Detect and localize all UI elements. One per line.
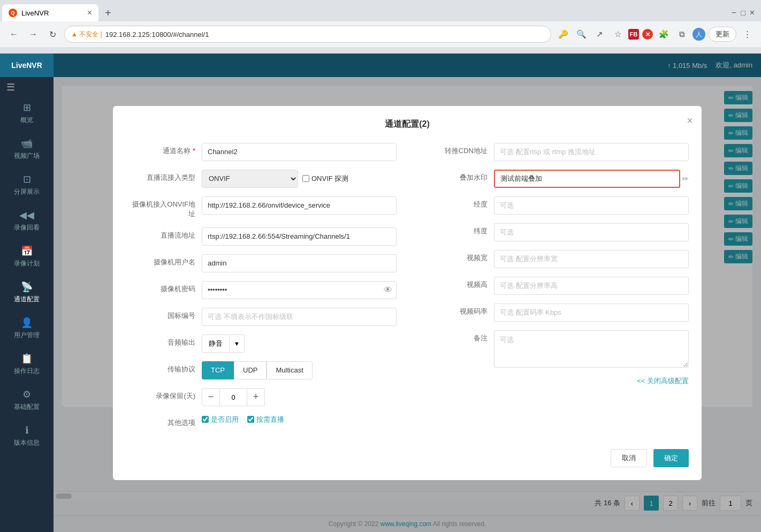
days-increase-button[interactable]: +	[247, 388, 265, 406]
sidebar-label-video: 视频广场	[14, 151, 40, 161]
watermark-label: 叠加水印	[418, 170, 488, 183]
watermark-wrapper: ✏	[494, 170, 689, 188]
app-layout: LiveNVR ☰ ⊞ 概览 📹 视频广场 ⊡ 分屏展示 ◀◀ 录像回看 📅 录…	[0, 54, 761, 532]
other-label: 其他选项	[126, 415, 195, 428]
video-width-input[interactable]	[494, 250, 689, 268]
update-button[interactable]: 更新	[709, 27, 736, 42]
sidebar-label-version: 版本信息	[14, 438, 40, 447]
bitrate-row: 视频码率	[418, 303, 689, 322]
channel-name-input[interactable]	[202, 143, 397, 161]
sidebar-item-basic[interactable]: ⚙ 基础配置	[0, 382, 54, 418]
user-icon: 👤	[21, 317, 33, 329]
hamburger-menu-icon[interactable]: ☰	[6, 82, 15, 93]
on-demand-checkbox-label[interactable]: 按需直播	[247, 415, 284, 424]
stream-url-label: 直播流地址	[126, 227, 195, 240]
stream-url-input[interactable]	[202, 227, 397, 246]
cdn-input[interactable]	[494, 143, 689, 161]
sidebar-label-user: 用户管理	[14, 331, 40, 340]
search-icon[interactable]: 🔍	[574, 27, 589, 42]
active-tab[interactable]: Q LiveNVR ×	[2, 4, 98, 21]
on-demand-label: 按需直播	[256, 415, 284, 424]
tab-bar: Q LiveNVR × + − □ ×	[0, 0, 761, 21]
days-decrease-button[interactable]: −	[202, 388, 220, 406]
channel-name-row: 通道名称	[126, 143, 397, 161]
other-options: 是否启用 按需直播	[202, 415, 284, 424]
eye-icon[interactable]: 👁	[384, 285, 392, 295]
sidebar-item-log[interactable]: 📋 操作日志	[0, 346, 54, 382]
onvif-probe-checkbox[interactable]	[302, 175, 309, 182]
profile-avatar[interactable]: 人	[692, 28, 705, 41]
tab-title: LiveNVR	[21, 9, 83, 17]
camera-user-row: 摄像机用户名	[126, 254, 397, 272]
latitude-input[interactable]	[494, 223, 689, 241]
enable-label: 是否启用	[211, 415, 239, 424]
close-icon[interactable]: ×	[750, 8, 755, 18]
country-code-input[interactable]	[202, 308, 397, 326]
new-tab-button[interactable]: +	[101, 7, 116, 19]
bookmark-icon[interactable]: ☆	[610, 27, 625, 42]
video-height-input[interactable]	[494, 277, 689, 295]
sidebar-item-split[interactable]: ⊡ 分屏展示	[0, 167, 54, 203]
watermark-row: 叠加水印 ✏	[418, 170, 689, 188]
ext-red-icon[interactable]: ✕	[642, 29, 653, 40]
udp-button[interactable]: UDP	[234, 361, 267, 379]
sidebar-label-basic: 基础配置	[14, 402, 40, 412]
bitrate-input[interactable]	[494, 303, 689, 322]
camera-onvif-input[interactable]	[202, 196, 397, 215]
camera-onvif-row: 摄像机接入ONVIF地址	[126, 196, 397, 219]
audio-dropdown-arrow[interactable]: ▼	[229, 335, 245, 353]
menu-dots-icon[interactable]: ⋮	[740, 27, 755, 42]
confirm-button[interactable]: 确定	[653, 449, 689, 467]
enable-checkbox-label[interactable]: 是否启用	[202, 415, 239, 424]
transport-row: 传输协议 TCP UDP Multicast	[126, 361, 397, 379]
forward-button[interactable]: →	[26, 27, 41, 42]
browser-toolbar: ← → ↻ ▲ 不安全 | 192.168.2.125:10800/#/chan…	[0, 21, 761, 47]
on-demand-checkbox[interactable]	[247, 416, 254, 423]
multicast-button[interactable]: Multicast	[267, 361, 312, 379]
camera-pass-input[interactable]	[202, 281, 397, 299]
watermark-input[interactable]	[494, 170, 680, 188]
window-icon[interactable]: ⧉	[674, 27, 689, 42]
stream-type-row: 直播流接入类型 ONVIF ONVIF 探测	[126, 170, 397, 188]
channel-icon: 📡	[21, 281, 33, 293]
cancel-button[interactable]: 取消	[611, 449, 647, 467]
sidebar-item-schedule[interactable]: 📅 录像计划	[0, 239, 54, 275]
sidebar-item-video[interactable]: 📹 视频广场	[0, 131, 54, 167]
longitude-input[interactable]	[494, 196, 689, 215]
sidebar-item-playback[interactable]: ◀◀ 录像回看	[0, 203, 54, 239]
key-icon[interactable]: 🔑	[555, 27, 570, 42]
watermark-edit-icon[interactable]: ✏	[682, 174, 689, 183]
video-width-row: 视频宽	[418, 250, 689, 268]
onvif-probe-label[interactable]: ONVIF 探测	[302, 174, 348, 184]
restore-icon[interactable]: □	[741, 9, 745, 17]
transport-label: 传输协议	[126, 361, 195, 374]
enable-checkbox[interactable]	[202, 416, 209, 423]
modal-title: 通道配置(2)	[126, 119, 689, 130]
sidebar-item-channel[interactable]: 📡 通道配置	[0, 275, 54, 310]
sidebar-item-overview[interactable]: ⊞ 概览	[0, 95, 54, 131]
bitrate-label: 视频码率	[418, 303, 488, 316]
back-button[interactable]: ←	[6, 27, 21, 42]
address-bar[interactable]: ▲ 不安全 | 192.168.2.125:10800/#/channel/1	[64, 26, 551, 43]
sidebar-item-version[interactable]: ℹ 版本信息	[0, 418, 54, 454]
sidebar-label-log: 操作日志	[14, 367, 40, 376]
sidebar-item-user[interactable]: 👤 用户管理	[0, 310, 54, 346]
puzzle-icon[interactable]: 🧩	[656, 27, 671, 42]
refresh-button[interactable]: ↻	[45, 27, 60, 42]
video-height-label: 视频高	[418, 277, 488, 290]
advanced-config-link[interactable]: << 关闭高级配置	[637, 377, 689, 385]
modal-close-button[interactable]: ×	[687, 115, 693, 127]
remark-input[interactable]	[494, 330, 689, 368]
minimize-icon[interactable]: −	[732, 8, 736, 18]
cdn-label: 转推CDN地址	[418, 143, 488, 156]
audio-mute-button[interactable]: 静音	[202, 335, 229, 353]
stream-type-select[interactable]: ONVIF	[202, 170, 298, 188]
ext-fb-icon[interactable]: FB	[628, 29, 639, 40]
share-icon[interactable]: ↗	[592, 27, 607, 42]
days-label: 录像保留(天)	[126, 388, 195, 401]
audio-dropdown: 静音 ▼	[202, 335, 245, 353]
tab-close-button[interactable]: ×	[87, 8, 92, 18]
address-text: 192.168.2.125:10800/#/channel/1	[105, 31, 544, 39]
camera-user-input[interactable]	[202, 254, 397, 272]
tcp-button[interactable]: TCP	[202, 361, 234, 379]
